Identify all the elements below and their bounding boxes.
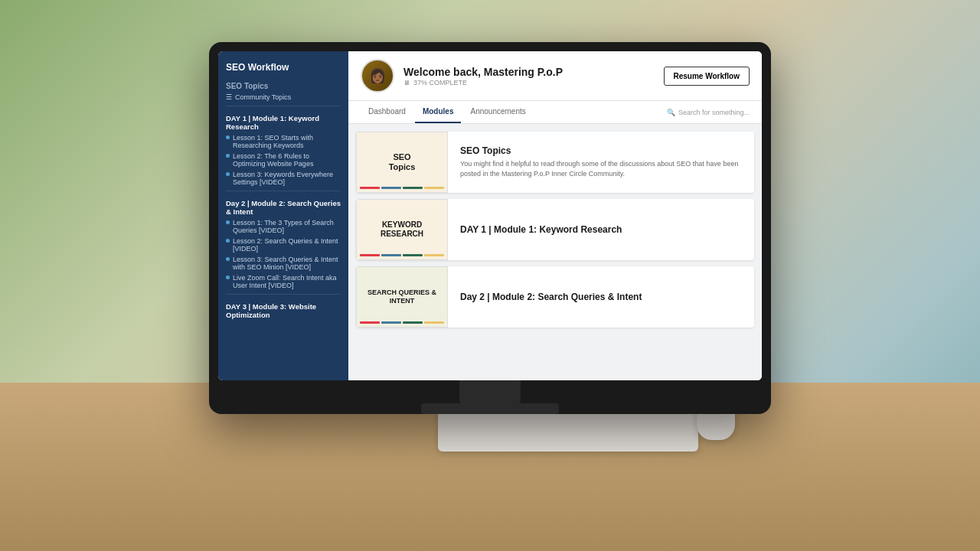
monitor-base (421, 403, 559, 414)
search-placeholder: Search for something... (678, 109, 750, 116)
modules-list: SEOTopics SEO Topics You might find it h… (348, 124, 762, 380)
thumb-lines-3 (360, 321, 444, 324)
sidebar: SEO Workflow SEO Topics ☰ Community Topi… (218, 51, 348, 380)
module-thumb-search: SEARCH QUERIES &INTENT (356, 266, 448, 328)
tab-modules[interactable]: Modules (415, 101, 462, 123)
sidebar-divider-1 (226, 106, 341, 106)
thumb-line-red-3 (360, 321, 380, 324)
sidebar-divider-3 (226, 294, 341, 295)
module-title-keyword: DAY 1 | Module 1: Keyword Research (460, 224, 742, 235)
thumb-text-seo: SEOTopics (386, 149, 419, 175)
thumb-line-green-2 (403, 254, 423, 256)
thumb-line-green (403, 187, 423, 189)
seo-topics-label: SEO Topics (218, 79, 348, 92)
sidebar-title: SEO Workflow (218, 59, 348, 79)
search-area[interactable]: 🔍 Search for something... (667, 109, 750, 116)
module-title-search: Day 2 | Module 2: Search Queries & Inten… (460, 292, 742, 302)
monitor-screen: SEO Workflow SEO Topics ☰ Community Topi… (218, 51, 762, 380)
lesson-dot (226, 220, 230, 224)
sidebar-lesson-1-2[interactable]: Lesson 2: The 6 Rules to Optimizing Webs… (218, 151, 348, 169)
module-info-seo: SEO Topics You might find it helpful to … (448, 138, 754, 186)
module-card-keyword[interactable]: KEYWORDRESEARCH DAY 1 | Module 1: Keywor… (356, 199, 754, 260)
thumb-line-blue (381, 187, 401, 189)
module-title-seo: SEO Topics (460, 145, 742, 156)
thumb-text-keyword: KEYWORDRESEARCH (377, 217, 426, 242)
nav-tabs: Dashboard Modules Announcements 🔍 Search… (348, 101, 762, 124)
thumb-line-red (360, 187, 380, 189)
tab-dashboard[interactable]: Dashboard (361, 101, 413, 123)
thumb-line-red-2 (360, 254, 380, 256)
monitor-outer: SEO Workflow SEO Topics ☰ Community Topi… (209, 42, 771, 414)
lesson-dot (226, 154, 230, 158)
sidebar-lesson-2-2[interactable]: Lesson 2: Search Queries & Intent [VIDEO… (218, 236, 348, 254)
search-icon: 🔍 (667, 109, 675, 116)
community-topics-icon: ☰ (226, 93, 232, 101)
sidebar-module-day3[interactable]: DAY 3 | Module 3: Website Optimization (218, 298, 348, 321)
lesson-dot (226, 257, 230, 261)
module-thumb-seo: SEOTopics (356, 132, 448, 193)
monitor-wrapper: SEO Workflow SEO Topics ☰ Community Topi… (209, 42, 771, 414)
module-info-search: Day 2 | Module 2: Search Queries & Inten… (448, 284, 754, 310)
thumb-line-blue-2 (381, 254, 401, 256)
sidebar-lesson-2-1[interactable]: Lesson 1: The 3 Types of Search Queries … (218, 217, 348, 236)
module-thumb-keyword: KEYWORDRESEARCH (356, 199, 448, 260)
module-card-search[interactable]: SEARCH QUERIES &INTENT Day 2 | Module 2:… (356, 266, 754, 328)
avatar: 👩🏾 (361, 59, 394, 93)
header-subtitle: 🖥 37% COMPLETE (403, 79, 655, 86)
header-title: Welcome back, Mastering P.o.P (403, 66, 655, 78)
sidebar-divider-2 (226, 191, 341, 191)
thumb-line-yellow (424, 187, 444, 189)
sidebar-lesson-2-3[interactable]: Lesson 3: Search Queries & Intent with S… (218, 254, 348, 272)
thumb-line-blue-3 (381, 321, 401, 324)
sidebar-item-community-topics[interactable]: ☰ Community Topics (218, 92, 348, 103)
sidebar-lesson-1-3[interactable]: Lesson 3: Keywords Everywhere Settings [… (218, 169, 348, 187)
thumb-line-yellow-3 (424, 321, 444, 324)
thumb-line-green-3 (403, 321, 423, 324)
sidebar-module-day2[interactable]: Day 2 | Module 2: Search Queries & Inten… (218, 194, 348, 217)
monitor-stand (459, 380, 521, 403)
thumb-lines (360, 187, 444, 189)
lesson-dot (226, 239, 230, 243)
thumb-lines-2 (360, 254, 444, 256)
lesson-dot (226, 276, 230, 279)
resume-workflow-button[interactable]: Resume Workflow (664, 67, 750, 86)
lesson-dot-active (226, 172, 230, 176)
main-content: 👩🏾 Welcome back, Mastering P.o.P 🖥 37% C… (348, 51, 762, 380)
sidebar-lesson-2-4[interactable]: Live Zoom Call: Search Intent aka User I… (218, 272, 348, 291)
sidebar-module-day1[interactable]: DAY 1 | Module 1: Keyword Research (218, 109, 348, 132)
monitor-icon: 🖥 (403, 79, 410, 86)
header: 👩🏾 Welcome back, Mastering P.o.P 🖥 37% C… (348, 51, 762, 101)
lesson-dot (226, 135, 230, 139)
progress-text: 37% COMPLETE (413, 79, 467, 86)
module-desc-seo: You might find it helpful to read throug… (460, 159, 742, 178)
thumb-text-search: SEARCH QUERIES &INTENT (364, 285, 439, 308)
tab-announcements[interactable]: Announcements (462, 101, 533, 123)
sidebar-lesson-1-1[interactable]: Lesson 1: SEO Starts with Researching Ke… (218, 132, 348, 151)
header-text: Welcome back, Mastering P.o.P 🖥 37% COMP… (403, 66, 655, 86)
module-info-keyword: DAY 1 | Module 1: Keyword Research (448, 217, 754, 243)
module-card-seo-topics[interactable]: SEOTopics SEO Topics You might find it h… (356, 132, 754, 193)
thumb-line-yellow-2 (424, 254, 444, 256)
